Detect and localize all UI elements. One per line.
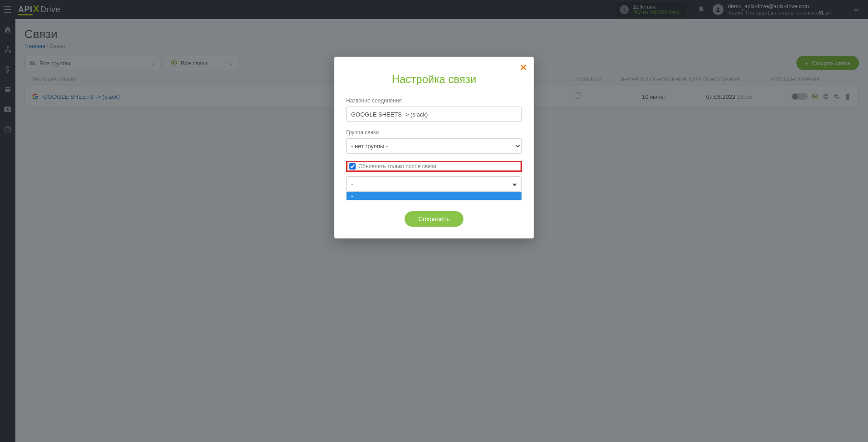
save-button-label: Сохранить: [418, 215, 450, 223]
label-connection-name: Название соединения: [346, 97, 522, 104]
chevron-down-icon: [512, 181, 517, 188]
update-after-checkbox-row: Обновлять только после связи: [346, 161, 522, 172]
modal-title: Настройка связи: [346, 73, 522, 86]
connection-group-select[interactable]: - нет группы -: [346, 138, 522, 154]
label-connection-group: Группа связи: [346, 129, 522, 136]
connection-name-input[interactable]: [346, 107, 522, 122]
save-button[interactable]: Сохранить: [405, 211, 463, 227]
close-icon[interactable]: ✕: [520, 62, 527, 73]
dependent-connection-options: -: [346, 192, 522, 200]
dependent-connection-option[interactable]: -: [347, 192, 521, 200]
update-after-checkbox[interactable]: [349, 163, 356, 170]
update-after-label[interactable]: Обновлять только после связи: [358, 163, 436, 170]
connection-settings-modal: ✕ Настройка связи Название соединения Гр…: [334, 57, 534, 238]
dependent-connection-value: -: [351, 181, 353, 188]
dependent-connection-select[interactable]: -: [346, 176, 522, 192]
